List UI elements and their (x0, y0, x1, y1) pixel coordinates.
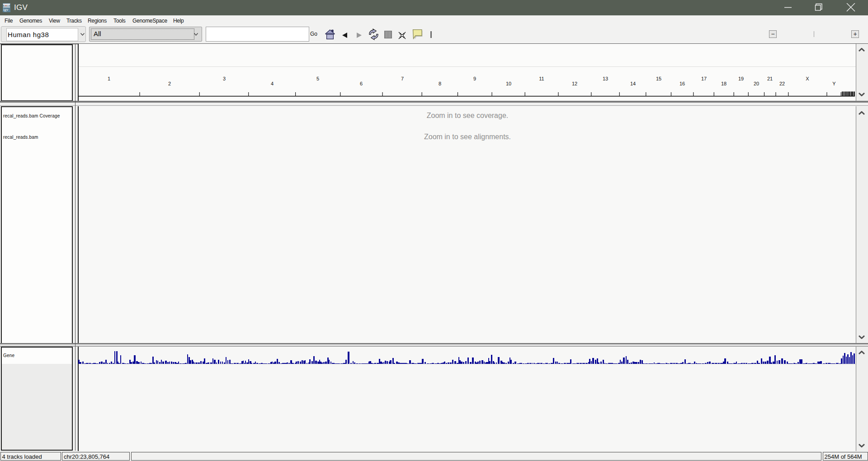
svg-text:igv: igv (3, 7, 9, 12)
